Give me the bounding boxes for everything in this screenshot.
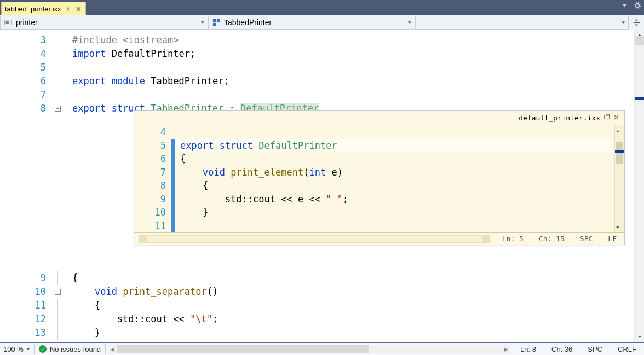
close-icon[interactable]	[75, 5, 82, 13]
chevron-down-icon	[407, 18, 412, 27]
line-number-gutter: 3 4 5 6 7 8 9 10 11 12 13	[0, 30, 53, 342]
type-dropdown[interactable]: TabbedPrinter	[208, 16, 415, 30]
chevron-down-icon	[26, 345, 31, 353]
issues-indicator[interactable]: ✓ No issues found	[34, 345, 105, 353]
svg-rect-5	[605, 115, 610, 119]
peek-definition-panel: default_printer.ixx 4 5 6 7 8 9 10 11	[134, 110, 625, 245]
svg-rect-2	[213, 19, 216, 22]
chevron-down-icon[interactable]	[621, 2, 628, 11]
struct-icon	[212, 18, 221, 27]
promote-icon[interactable]	[603, 114, 610, 122]
chevron-down-icon	[620, 18, 626, 27]
split-window-button[interactable]	[629, 16, 644, 30]
scope-dropdown[interactable]: printer	[0, 16, 208, 30]
fold-toggle[interactable]: −	[55, 289, 61, 295]
peek-horizontal-scrollbar[interactable]	[139, 235, 490, 243]
peek-lineending-indicator[interactable]: LF	[600, 235, 624, 243]
navigation-bar: printer TabbedPrinter	[0, 15, 644, 30]
peek-line-indicator[interactable]: Ln: 5	[495, 235, 531, 243]
gear-icon[interactable]	[634, 2, 641, 11]
svg-rect-3	[217, 19, 220, 22]
zoom-label: 100 %	[3, 345, 24, 353]
document-tab-strip: tabbed_printer.ixx	[0, 0, 644, 15]
horizontal-scrollbar[interactable]: ◄ ►	[108, 345, 510, 353]
peek-tab[interactable]: default_printer.ixx	[515, 113, 623, 123]
fold-toggle[interactable]: −	[55, 106, 61, 112]
fold-column: − −	[53, 30, 62, 342]
peek-line-gutter: 4 5 6 7 8 9 10 11	[134, 125, 171, 232]
peek-vertical-scrollbar[interactable]	[614, 125, 624, 232]
editor-area: 3 4 5 6 7 8 9 10 11 12 13 − − #include <…	[0, 30, 644, 342]
line-indicator[interactable]: Ln: 8	[513, 345, 544, 353]
zoom-control[interactable]: 100 %	[0, 345, 34, 353]
check-icon: ✓	[39, 345, 47, 353]
peek-col-indicator[interactable]: Ch: 15	[531, 235, 572, 243]
svg-rect-4	[213, 23, 216, 26]
chevron-down-icon	[200, 18, 205, 27]
document-tab-active[interactable]: tabbed_printer.ixx	[1, 2, 86, 15]
lineending-indicator[interactable]: CRLF	[610, 345, 644, 353]
type-label: TabbedPrinter	[224, 18, 272, 27]
pin-icon[interactable]	[65, 5, 72, 13]
tab-title: tabbed_printer.ixx	[5, 5, 61, 13]
peek-whitespace-indicator[interactable]: SPC	[572, 235, 600, 243]
member-dropdown[interactable]	[415, 16, 629, 30]
vertical-scrollbar[interactable]	[634, 30, 644, 342]
svg-rect-1	[6, 21, 9, 24]
peek-code-editor[interactable]: export struct DefaultPrinter { void prin…	[175, 125, 614, 232]
col-indicator[interactable]: Ch: 36	[544, 345, 580, 353]
scope-label: printer	[16, 18, 38, 27]
peek-tab-title: default_printer.ixx	[519, 114, 600, 122]
close-icon[interactable]	[613, 114, 619, 122]
issues-label: No issues found	[50, 345, 101, 353]
code-editor[interactable]: #include <iostream> import DefaultPrinte…	[62, 30, 634, 342]
status-bar: 100 % ✓ No issues found ◄ ► Ln: 8 Ch: 36…	[0, 342, 644, 355]
peek-status-bar: Ln: 5 Ch: 15 SPC LF	[134, 232, 624, 245]
namespace-icon	[4, 18, 13, 27]
whitespace-indicator[interactable]: SPC	[580, 345, 610, 353]
